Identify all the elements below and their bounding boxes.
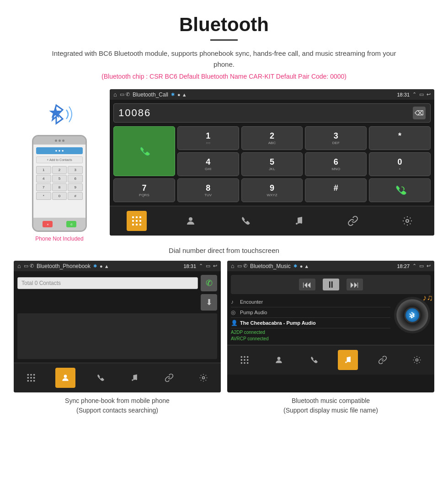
phone-side: ★ ● ● ● (14, 89, 105, 242)
svg-point-11 (296, 223, 298, 225)
title-divider (210, 39, 238, 41)
bottom-icon-settings[interactable] (397, 211, 417, 231)
bt-vinyl-shape (410, 312, 414, 318)
pb-bottom-bar (14, 363, 221, 392)
page-header: Bluetooth Integrated with BC6 Bluetooth … (0, 0, 448, 89)
pb-bottom-phone[interactable] (90, 368, 110, 388)
key-hash[interactable]: # (305, 178, 367, 202)
mus-window: ▭ (419, 263, 424, 269)
phone-icon (240, 215, 251, 226)
pb-contact-list (17, 313, 217, 359)
svg-rect-29 (247, 356, 248, 358)
pb-search-input[interactable]: Total 0 Contacts (17, 277, 198, 289)
mus-link-icon (378, 355, 387, 365)
back-icon[interactable]: ↩ (427, 91, 431, 97)
pb-search-row: Total 0 Contacts ✆ (17, 275, 217, 291)
mus-bottom-keypad[interactable] (235, 350, 255, 370)
key-5[interactable]: 5JKL (241, 152, 303, 176)
redial-button[interactable] (369, 178, 431, 202)
svg-rect-7 (132, 224, 134, 225)
svg-rect-5 (136, 220, 138, 222)
music-statusbar: ⌂ ▭ ✆ Bluetooth_Music ✱ ● ▲ 18:27 ⌃ ▭ ↩ (227, 261, 434, 271)
note-icon-1: ♪ (231, 299, 237, 305)
svg-rect-22 (33, 380, 35, 381)
svg-point-12 (300, 222, 302, 224)
pb-music-icon (130, 373, 139, 382)
play-pause-button[interactable]: ⏸ (323, 279, 339, 290)
track-row-3: 👤 The Cheebacabra - Pump Audio (231, 318, 390, 328)
main-car-statusbar: ⌂ ▭ ✆ Bluetooth_Call ✱ ● ▲ 18:31 ⌃ ▭ ↩ (110, 89, 434, 100)
description-text: Integrated with BC6 Bluetooth module, su… (46, 48, 402, 70)
bt-wave-1 (66, 110, 68, 119)
pb-bottom-settings[interactable] (193, 368, 213, 388)
key-star[interactable]: * (369, 126, 431, 150)
pb-download-button[interactable]: ⬇ (201, 294, 217, 311)
pb-statusbar-icons: ▭ ✆ (24, 263, 34, 269)
key-7[interactable]: 7PQRS (113, 178, 175, 202)
backspace-button[interactable]: ⌫ (413, 107, 426, 119)
bottom-icon-link[interactable] (343, 211, 363, 231)
prev-button[interactable]: ⏮ (299, 279, 315, 290)
pb-call-button[interactable]: ✆ (201, 275, 217, 291)
key-4[interactable]: 4GHI (177, 152, 239, 176)
statusbar-icons-1: ▭ ✆ (120, 91, 130, 97)
mus-keypad-icon (240, 355, 249, 365)
key-0[interactable]: 0+ (369, 152, 431, 176)
music-car-screen: ⌂ ▭ ✆ Bluetooth_Music ✱ ● ▲ 18:27 ⌃ ▭ ↩ … (227, 261, 434, 392)
svg-point-36 (277, 357, 281, 360)
svg-point-39 (416, 359, 418, 361)
pb-settings-icon (199, 373, 208, 382)
svg-rect-31 (244, 359, 245, 360)
main-car-screen: ⌂ ▭ ✆ Bluetooth_Call ✱ ● ▲ 18:31 ⌃ ▭ ↩ 1… (110, 89, 434, 236)
pb-bottom-music[interactable] (124, 368, 144, 388)
circle-icon-2: ◎ (231, 309, 237, 316)
mus-phone-icon (309, 355, 318, 365)
bottom-icon-music[interactable] (289, 211, 309, 231)
bottom-icon-phone[interactable] (235, 211, 255, 231)
key-8[interactable]: 8TUV (177, 178, 239, 202)
contacts-icon (185, 215, 196, 226)
key-6[interactable]: 6MNO (305, 152, 367, 176)
phone-key-8: 8 (52, 183, 67, 191)
track-row-2: ◎ Pump Audio (231, 307, 390, 318)
pb-bottom-contacts[interactable] (55, 368, 75, 388)
svg-point-23 (64, 375, 67, 378)
pb-bottom-link[interactable] (159, 368, 179, 388)
phonebook-car-screen: ⌂ ▭ ✆ Bluetooth_Phonebook ✱ ● ▲ 18:31 ⌃ … (14, 261, 221, 392)
keypad-grid: 1○○ 2ABC 3DEF * 4GHI 5JKL 6MNO 0+ (113, 126, 431, 202)
mus-bottom-phone[interactable] (304, 350, 324, 370)
phone-bottom-bar: ✕ ✆ (33, 218, 85, 231)
phone-key-star: * (36, 192, 51, 200)
phone-key-3: 3 (68, 166, 83, 174)
bottom-screens: ⌂ ▭ ✆ Bluetooth_Phonebook ✱ ● ▲ 18:31 ⌃ … (14, 261, 434, 415)
svg-rect-33 (240, 362, 242, 364)
call-button[interactable] (113, 126, 175, 176)
mus-bottom-settings[interactable] (407, 350, 427, 370)
phone-key-hash: # (68, 192, 83, 200)
pb-search-placeholder: Total 0 Contacts (21, 280, 61, 286)
phone-key-5: 5 (52, 175, 67, 182)
key-9[interactable]: 9WXYZ (241, 178, 303, 202)
pb-window: ▭ (206, 263, 210, 269)
bottom-icon-keypad[interactable] (127, 211, 147, 231)
phone-keypad: 1 2 3 4 5 6 7 8 9 * 0 # (36, 166, 83, 200)
mus-bottom-contacts[interactable] (269, 350, 289, 370)
next-button[interactable]: ⏭ (347, 279, 363, 290)
phonebook-content: Total 0 Contacts ✆ ⬇ (14, 271, 221, 363)
pb-back[interactable]: ↩ (213, 263, 217, 269)
key-3[interactable]: 3DEF (305, 126, 367, 150)
mus-time: 18:27 (397, 263, 410, 269)
mus-back[interactable]: ↩ (427, 263, 431, 269)
mus-bottom-link[interactable] (373, 350, 393, 370)
phone-dot-3 (62, 140, 64, 142)
phone-key-7: 7 (36, 183, 51, 191)
phone-screen-header: ● ● ● (36, 147, 83, 154)
pb-screen-title: Bluetooth_Phonebook (37, 263, 91, 269)
settings-icon (402, 215, 413, 226)
key-2[interactable]: 2ABC (241, 126, 303, 150)
mus-bottom-music[interactable] (338, 350, 358, 370)
bottom-icon-contacts[interactable] (181, 211, 201, 231)
key-1[interactable]: 1○○ (177, 126, 239, 150)
screen-title-call: Bluetooth_Call (133, 91, 168, 98)
pb-bottom-keypad[interactable] (21, 368, 41, 388)
